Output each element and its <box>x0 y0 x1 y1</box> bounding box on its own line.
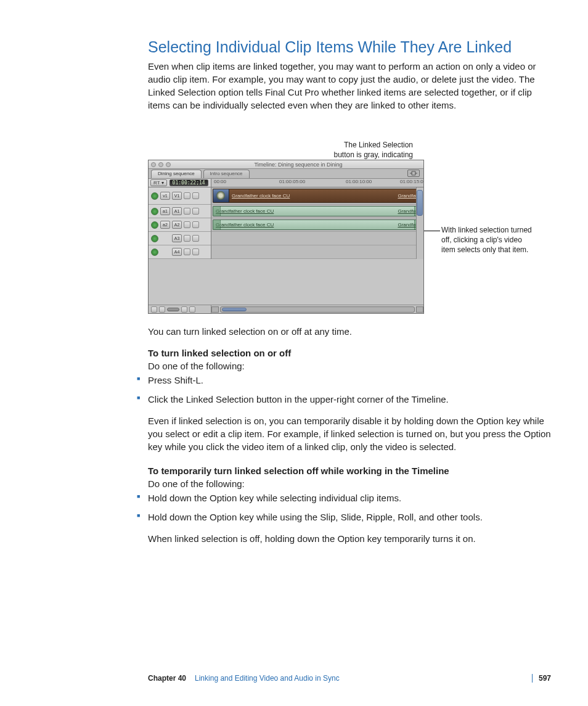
audible-icon[interactable] <box>151 235 158 242</box>
track-header-a4[interactable]: A4 <box>149 245 211 259</box>
clip-label: Grandfather clock face CU <box>229 193 398 199</box>
clip-label: Grandfather clock face CU <box>213 222 398 228</box>
track-header-v1[interactable]: v1 V1 <box>149 187 211 205</box>
ruler-tick: 00:00 <box>214 179 226 184</box>
procedure-title: To temporarily turn linked selection off… <box>148 466 449 476</box>
timeline-window: Timeline: Dining sequence in Dining Dini… <box>148 160 424 314</box>
video-clip-item[interactable]: Grandfather clock face CU Grandfath <box>213 189 422 203</box>
toggle-clip-overlays-icon[interactable] <box>159 306 165 313</box>
scroll-left-arrow-icon[interactable] <box>211 306 219 313</box>
ruler-tick: 01:00:10:00 <box>346 179 372 184</box>
auto-select-icon[interactable] <box>192 221 199 228</box>
page-footer: Chapter 40 Linking and Editing Video and… <box>148 674 551 683</box>
auto-select-icon[interactable] <box>192 248 199 255</box>
auto-select-icon[interactable] <box>192 235 199 242</box>
lock-icon[interactable] <box>184 235 190 242</box>
track-src-label[interactable]: a1 <box>160 207 170 215</box>
track-height-preset-icon[interactable] <box>189 306 195 313</box>
zoom-icon[interactable] <box>166 162 171 167</box>
procedure-title: To turn linked selection on or off <box>148 348 291 358</box>
toggle-track-height-icon[interactable] <box>151 306 157 313</box>
visibility-icon[interactable] <box>151 192 158 200</box>
list-item: Click the Linked Selection button in the… <box>137 393 551 406</box>
bullet-list: Hold down the Option key while selecting… <box>148 491 551 523</box>
title-bar: Timeline: Dining sequence in Dining <box>149 160 423 169</box>
paragraph: Even if linked selection is on, you can … <box>148 414 551 453</box>
vertical-scrollbar[interactable] <box>416 187 423 259</box>
window-title: Timeline: Dining sequence in Dining <box>176 162 421 168</box>
list-item: Hold down the Option key while selecting… <box>137 491 551 504</box>
timeline-footer <box>149 305 423 313</box>
track-a1[interactable]: Grandfather clock face CU Grandfath <box>211 205 423 218</box>
track-dest-label[interactable]: A3 <box>172 234 182 242</box>
chapter-label: Chapter 40 <box>148 674 186 683</box>
track-height-preset-icon[interactable] <box>181 306 187 313</box>
clip-label: Grandfather clock face CU <box>213 208 398 214</box>
auto-select-icon[interactable] <box>192 208 199 215</box>
list-item: Press Shift-L. <box>137 374 551 387</box>
time-ruler[interactable]: 00:00 01:00:05:00 01:00:10:00 01:00:15:0… <box>211 179 423 187</box>
scrollbar-thumb[interactable] <box>417 190 423 216</box>
lock-icon[interactable] <box>184 192 190 199</box>
scroll-right-arrow-icon[interactable] <box>416 306 423 313</box>
auto-select-icon[interactable] <box>192 192 199 199</box>
track-dest-label[interactable]: V1 <box>172 192 182 200</box>
track-src-label[interactable]: v1 <box>160 192 170 200</box>
track-dest-label[interactable]: A4 <box>172 248 182 256</box>
minimize-icon[interactable] <box>158 162 163 167</box>
track-header-a2[interactable]: a2 A2 <box>149 218 211 232</box>
audio-transition-icon[interactable] <box>213 207 221 216</box>
audio-transition-icon[interactable] <box>213 220 221 229</box>
lock-icon[interactable] <box>184 221 190 228</box>
procedure-intro: Do one of the following: <box>148 361 245 371</box>
chapter-title: Linking and Editing Video and Audio in S… <box>195 674 340 683</box>
linked-selection-button[interactable] <box>407 170 420 177</box>
track-v1[interactable]: Grandfather clock face CU Grandfath <box>211 187 423 205</box>
procedure-intro: Do one of the following: <box>148 478 245 489</box>
tab-intro-sequence[interactable]: Intro sequence <box>203 170 250 178</box>
track-header-a1[interactable]: a1 A1 <box>149 205 211 218</box>
paragraph: You can turn linked selection on or off … <box>148 325 551 338</box>
track-a4[interactable] <box>211 245 423 259</box>
audible-icon[interactable] <box>151 248 158 256</box>
window-traffic-lights[interactable] <box>151 162 171 167</box>
scrollbar-thumb[interactable] <box>222 308 247 311</box>
audio-clip-item[interactable]: Grandfather clock face CU Grandfath <box>213 206 422 216</box>
track-header-a3[interactable]: A3 <box>149 232 211 245</box>
current-timecode-field[interactable]: 01:00:22;14 <box>169 179 208 186</box>
close-icon[interactable] <box>151 162 156 167</box>
section-heading: Selecting Individual Clip Items While Th… <box>148 38 551 56</box>
zoom-slider[interactable] <box>167 308 179 311</box>
track-a3[interactable] <box>211 232 423 245</box>
audible-icon[interactable] <box>151 221 158 229</box>
ruler-row: RT ▾ 01:00:22;14 00:00 01:00:05:00 01:00… <box>149 179 423 187</box>
bullet-list: Press Shift-L. Click the Linked Selectio… <box>148 374 551 406</box>
paragraph: When linked selection is off, holding do… <box>148 532 551 545</box>
track-src-label[interactable]: a2 <box>160 221 170 229</box>
rt-popup-button[interactable]: RT ▾ <box>150 179 167 186</box>
page-number: 597 <box>539 674 551 683</box>
audible-icon[interactable] <box>151 208 158 215</box>
clip-thumbnail <box>213 189 229 202</box>
horizontal-scrollbar[interactable] <box>220 306 415 313</box>
ruler-tick: 01:00:15:00 <box>400 179 423 184</box>
lock-icon[interactable] <box>184 248 190 255</box>
footer-divider <box>532 674 533 683</box>
callout-leader-line-right <box>424 231 440 231</box>
track-dest-label[interactable]: A1 <box>172 207 182 215</box>
audio-clip-item[interactable]: Grandfather clock face CU Grandfath <box>213 220 422 230</box>
intro-paragraph: Even when clip items are linked together… <box>148 60 551 112</box>
list-item: Hold down the Option key while using the… <box>137 511 551 523</box>
track-a2[interactable]: Grandfather clock face CU Grandfath <box>211 218 423 232</box>
callout-video-selection: With linked selection turned off, clicki… <box>441 225 534 255</box>
track-dest-label[interactable]: A2 <box>172 221 182 229</box>
lock-icon[interactable] <box>184 208 190 215</box>
ruler-tick: 01:00:05:00 <box>279 179 305 184</box>
sequence-tabs: Dining sequence Intro sequence <box>149 169 423 179</box>
tab-dining-sequence[interactable]: Dining sequence <box>151 170 202 178</box>
